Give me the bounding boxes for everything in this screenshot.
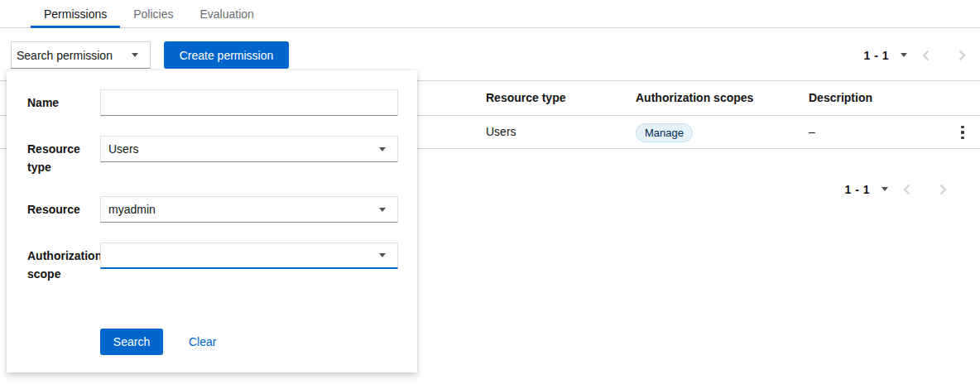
search-permission-toggle-label: Search permission: [17, 49, 113, 62]
search-button[interactable]: Search: [100, 329, 163, 355]
form-group-resource-type: Resource type Users: [27, 136, 405, 176]
resource-field-label: Resource: [27, 196, 100, 223]
chevron-left-icon: [921, 49, 930, 62]
resource-type-field-label: Resource type: [27, 136, 100, 176]
chevron-right-icon: [939, 183, 948, 196]
panel-action-row: Search Clear: [100, 329, 405, 355]
form-group-resource: Resource myadmin: [27, 196, 405, 223]
pagination-top: 1 - 1: [863, 41, 980, 69]
name-input[interactable]: [100, 89, 398, 116]
caret-down-icon: [882, 187, 888, 191]
create-permission-button[interactable]: Create permission: [164, 41, 289, 69]
cell-description: –: [809, 116, 815, 148]
pagination-per-page-toggle[interactable]: [882, 187, 888, 191]
caret-down-icon: [379, 147, 386, 151]
tab-policies-label: Policies: [133, 7, 173, 21]
resource-type-select[interactable]: Users: [100, 136, 398, 162]
pagination-prev-button[interactable]: [888, 175, 925, 203]
pagination-prev-button[interactable]: [907, 41, 944, 69]
column-header-resource-type: Resource type: [486, 81, 565, 115]
resource-type-select-value: Users: [108, 142, 139, 156]
clear-button[interactable]: Clear: [189, 335, 216, 348]
tab-permissions[interactable]: Permissions: [31, 0, 120, 27]
cell-resource-type: Users: [486, 116, 516, 148]
cell-authorization-scopes: Manage: [636, 116, 693, 148]
column-header-description: Description: [809, 81, 872, 115]
authorization-scope-select[interactable]: [100, 242, 398, 269]
caret-down-icon: [379, 253, 386, 257]
tab-bar: Permissions Policies Evaluation: [0, 0, 980, 28]
column-header-authorization-scopes: Authorization scopes: [636, 81, 753, 115]
pagination-bottom: 1 - 1: [844, 175, 961, 203]
pagination-next-button[interactable]: [944, 41, 980, 69]
resource-select[interactable]: myadmin: [100, 196, 398, 223]
resource-select-value: myadmin: [108, 203, 156, 216]
tab-evaluation-label: Evaluation: [200, 7, 254, 21]
caret-down-icon: [901, 53, 907, 57]
pagination-per-page-toggle[interactable]: [901, 53, 907, 57]
kebab-icon: [961, 126, 964, 140]
pagination-range: 1 - 1: [844, 183, 870, 196]
search-permission-dropdown-toggle[interactable]: Search permission: [11, 41, 151, 69]
tab-permissions-label: Permissions: [44, 7, 107, 21]
chevron-left-icon: [902, 183, 911, 196]
chevron-right-icon: [958, 49, 967, 62]
pagination-next-button[interactable]: [925, 175, 961, 203]
name-field-label: Name: [27, 89, 100, 116]
caret-down-icon: [379, 208, 386, 212]
scope-badge: Manage: [636, 123, 693, 142]
row-kebab-menu-button[interactable]: [952, 118, 973, 147]
search-permission-panel: Name Resource type Users Resource myadmi…: [7, 70, 417, 372]
authorization-scope-field-label: Authorization scope: [27, 242, 100, 283]
caret-down-icon: [132, 53, 138, 57]
tab-evaluation[interactable]: Evaluation: [187, 0, 267, 27]
authorization-permissions-screen: { "tabs": { "items": [ { "label": "Permi…: [0, 0, 980, 384]
form-group-authorization-scope: Authorization scope: [27, 242, 405, 283]
tab-policies[interactable]: Policies: [120, 0, 186, 27]
pagination-range: 1 - 1: [863, 49, 889, 62]
form-group-name: Name: [27, 89, 405, 116]
